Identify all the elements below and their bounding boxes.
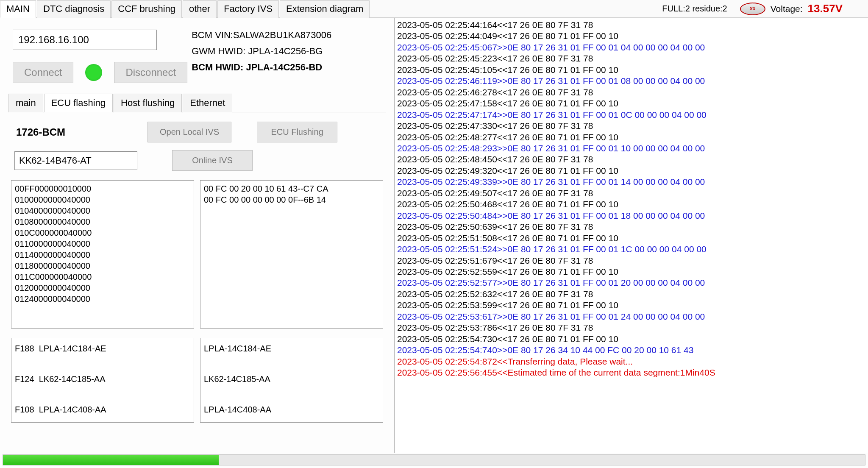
subtab-ecu-flashing[interactable]: ECU flashing (44, 94, 113, 112)
log-line: 2023-05-05 02:25:52:559<<17 26 0E 80 71 … (397, 266, 865, 277)
log-line: 2023-05-05 02:25:50:484>>0E 80 17 26 31 … (397, 210, 865, 221)
part-number-input[interactable] (14, 151, 137, 170)
tab-factory-ivs[interactable]: Factory IVS (217, 0, 279, 18)
log-line: 2023-05-05 02:25:45:223<<17 26 0E 80 7F … (397, 53, 865, 64)
log-line: 2023-05-05 02:25:48:293>>0E 80 17 26 31 … (397, 143, 865, 154)
log-line: 2023-05-05 02:25:46:119>>0E 80 17 26 31 … (397, 75, 865, 86)
log-line: 2023-05-05 02:25:51:524>>0E 80 17 26 31 … (397, 244, 865, 255)
open-local-ivs-button[interactable]: Open Local IVS (147, 122, 231, 142)
brand-logo-icon: SX (740, 3, 765, 15)
log-line: 2023-05-05 02:25:54:872<<Transferring da… (397, 356, 865, 367)
ecu-title: 1726-BCM (16, 126, 122, 138)
status-full: FULL:2 residue:2 (662, 4, 727, 14)
progress-bar (3, 454, 865, 465)
log-line: 2023-05-05 02:25:52:632<<17 26 0E 80 7F … (397, 289, 865, 300)
log-line: 2023-05-05 02:25:47:330<<17 26 0E 80 7F … (397, 120, 865, 131)
tab-dtc-diagnosis[interactable]: DTC diagnosis (37, 0, 111, 18)
tab-main[interactable]: MAIN (0, 0, 36, 18)
log-line: 2023-05-05 02:25:49:339>>0E 80 17 26 31 … (397, 176, 865, 187)
tab-other[interactable]: other (183, 0, 217, 18)
log-line: 2023-05-05 02:25:52:577>>0E 80 17 26 31 … (397, 277, 865, 288)
log-line: 2023-05-05 02:25:49:507<<17 26 0E 80 7F … (397, 188, 865, 199)
log-line: 2023-05-05 02:25:56:455<<Estimated time … (397, 367, 865, 378)
log-line: 2023-05-05 02:25:45:105<<17 26 0E 80 71 … (397, 64, 865, 75)
part-list[interactable]: LPLA-14C184-AE LK62-14C185-AA LPLA-14C40… (200, 338, 383, 423)
top-tab-bar: MAINDTC diagnosisCCF brushingotherFactor… (0, 0, 868, 18)
address-list[interactable]: 00FF000000010000 0100000000040000 010400… (11, 180, 194, 329)
ip-input[interactable] (13, 30, 157, 50)
connect-button[interactable]: Connect (13, 62, 73, 83)
log-line: 2023-05-05 02:25:50:639<<17 26 0E 80 7F … (397, 221, 865, 232)
connection-status-icon (85, 64, 102, 81)
sub-tab-bar: mainECU flashingHost flushingEthernet (8, 93, 386, 112)
gwm-hwid: GWM HWID: JPLA-14C256-BG (192, 46, 331, 57)
log-line: 2023-05-05 02:25:50:468<<17 26 0E 80 71 … (397, 199, 865, 210)
log-line: 2023-05-05 02:25:44:164<<17 26 0E 80 7F … (397, 20, 865, 31)
log-line: 2023-05-05 02:25:47:158<<17 26 0E 80 71 … (397, 98, 865, 109)
log-line: 2023-05-05 02:25:48:450<<17 26 0E 80 7F … (397, 154, 865, 165)
log-line: 2023-05-05 02:25:46:278<<17 26 0E 80 7F … (397, 87, 865, 98)
tab-extension-diagram[interactable]: Extension diagram (280, 0, 370, 18)
log-line: 2023-05-05 02:25:44:049<<17 26 0E 80 71 … (397, 31, 865, 42)
ecu-flushing-button[interactable]: ECU Flushing (257, 122, 337, 142)
log-line: 2023-05-05 02:25:51:679<<17 26 0E 80 7F … (397, 255, 865, 266)
log-line: 2023-05-05 02:25:53:599<<17 26 0E 80 71 … (397, 300, 865, 311)
log-line: 2023-05-05 02:25:53:786<<17 26 0E 80 7F … (397, 322, 865, 333)
log-line: 2023-05-05 02:25:49:320<<17 26 0E 80 71 … (397, 165, 865, 176)
log-line: 2023-05-05 02:25:53:617>>0E 80 17 26 31 … (397, 311, 865, 322)
disconnect-button[interactable]: Disconnect (114, 62, 187, 83)
did-list[interactable]: F188 LPLA-14C184-AE F124 LK62-14C185-AA … (11, 338, 194, 423)
subtab-main[interactable]: main (8, 94, 43, 112)
log-line: 2023-05-05 02:25:54:740>>0E 80 17 26 34 … (397, 345, 865, 356)
bcm-hwid: BCM HWID: JPLA-14C256-BD (192, 62, 331, 73)
voltage-label: Voltage: (771, 4, 803, 14)
log-line: 2023-05-05 02:25:47:174>>0E 80 17 26 31 … (397, 109, 865, 120)
log-line: 2023-05-05 02:25:45:067>>0E 80 17 26 31 … (397, 42, 865, 53)
subtab-host-flushing[interactable]: Host flushing (114, 94, 182, 112)
online-ivs-button[interactable]: Online IVS (172, 150, 253, 171)
subtab-ethernet[interactable]: Ethernet (183, 94, 232, 112)
tab-ccf-brushing[interactable]: CCF brushing (111, 0, 182, 18)
log-line: 2023-05-05 02:25:48:277<<17 26 0E 80 71 … (397, 132, 865, 143)
voltage-value: 13.57V (808, 2, 843, 15)
log-line: 2023-05-05 02:25:51:508<<17 26 0E 80 71 … (397, 233, 865, 244)
data-list[interactable]: 00 FC 00 20 00 10 61 43--C7 CA 00 FC 00 … (200, 180, 383, 329)
bcm-vin: BCM VIN:SALWA2BU1KA873006 (192, 30, 331, 41)
log-line: 2023-05-05 02:25:54:730<<17 26 0E 80 71 … (397, 334, 865, 345)
communication-log[interactable]: 2023-05-05 02:25:44:164<<17 26 0E 80 7F … (395, 18, 868, 453)
